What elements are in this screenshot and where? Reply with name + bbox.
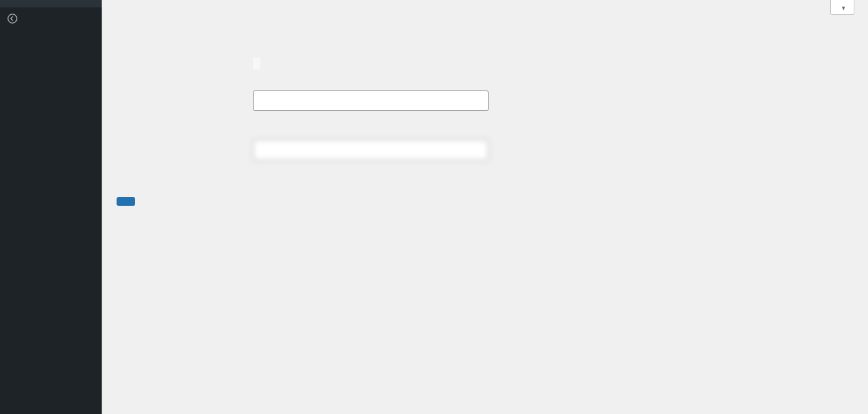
network-title-input[interactable]: [253, 90, 489, 112]
network-details-table: [117, 22, 853, 179]
row-subdomain: [117, 22, 853, 47]
label-network-title: [117, 81, 247, 130]
row-server-address: [117, 47, 853, 81]
row-admin-email: [117, 130, 853, 179]
label-subdomain: [117, 22, 247, 47]
value-subdomain: [247, 22, 853, 47]
chevron-down-icon: ▼: [841, 5, 846, 11]
value-server-address: [247, 47, 853, 81]
admin-sidebar: [0, 0, 102, 414]
admin-email-input[interactable]: [253, 139, 489, 161]
install-button[interactable]: [117, 197, 135, 206]
svg-point-0: [8, 14, 17, 23]
row-network-title: [117, 81, 853, 130]
label-server-address: [117, 47, 247, 81]
label-admin-email: [117, 130, 247, 179]
help-tab[interactable]: ▼: [830, 0, 854, 15]
collapse-icon: [6, 12, 19, 25]
main-content: ▼: [102, 0, 868, 414]
submenu-tools: [0, 0, 102, 7]
collapse-menu[interactable]: [0, 7, 102, 30]
page-title: [117, 6, 853, 11]
